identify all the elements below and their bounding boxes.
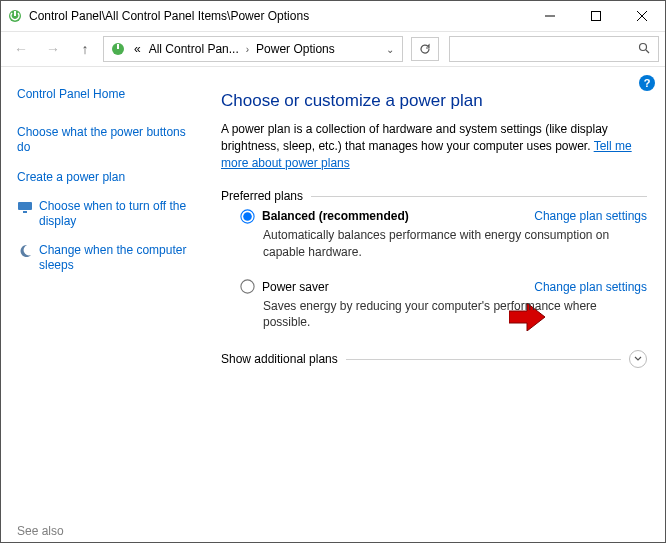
titlebar: Control Panel\All Control Panel Items\Po… [1, 1, 665, 31]
window: Control Panel\All Control Panel Items\Po… [0, 0, 666, 543]
plan-radio-power-saver[interactable] [240, 280, 254, 294]
forward-button[interactable]: → [39, 35, 67, 63]
main-panel: Choose or customize a power plan A power… [211, 67, 665, 542]
change-plan-settings-link[interactable]: Change plan settings [534, 209, 647, 223]
svg-point-8 [640, 43, 647, 50]
power-options-icon [7, 8, 23, 24]
sidebar: Control Panel Home Choose what the power… [1, 67, 211, 542]
chevron-right-icon[interactable]: › [243, 44, 252, 55]
plan-name[interactable]: Power saver [262, 280, 329, 294]
back-button[interactable]: ← [7, 35, 35, 63]
plan-description: Saves energy by reducing your computer's… [263, 298, 647, 330]
maximize-button[interactable] [573, 1, 619, 31]
svg-rect-10 [18, 202, 32, 210]
navbar: ← → ↑ « All Control Pan... › Power Optio… [1, 31, 665, 67]
breadcrumb-current[interactable]: Power Options [252, 42, 339, 56]
up-button[interactable]: ↑ [71, 35, 99, 63]
svg-rect-7 [117, 44, 119, 49]
plan-power-saver: Power saver Change plan settings Saves e… [241, 280, 647, 330]
sidebar-link-create-plan[interactable]: Create a power plan [17, 170, 201, 186]
show-additional-label: Show additional plans [221, 352, 338, 366]
plan-name[interactable]: Balanced (recommended) [262, 209, 409, 223]
plan-radio-balanced[interactable] [240, 209, 254, 223]
breadcrumb-parent[interactable]: All Control Pan... [145, 42, 243, 56]
svg-rect-1 [14, 11, 16, 16]
search-box[interactable] [449, 36, 659, 62]
moon-icon [17, 243, 33, 259]
close-button[interactable] [619, 1, 665, 31]
divider [346, 359, 621, 360]
refresh-button[interactable] [411, 37, 439, 61]
page-heading: Choose or customize a power plan [221, 91, 647, 111]
content-area: Control Panel Home Choose what the power… [1, 67, 665, 542]
sidebar-task-label: Change when the computer sleeps [39, 243, 201, 273]
expand-button[interactable] [629, 350, 647, 368]
show-additional-plans-row: Show additional plans [221, 350, 647, 368]
plan-description: Automatically balances performance with … [263, 227, 647, 259]
svg-line-9 [646, 50, 649, 53]
breadcrumb-prefix: « [130, 42, 145, 56]
divider [311, 196, 647, 197]
svg-rect-3 [592, 12, 601, 21]
search-input[interactable] [450, 42, 630, 56]
svg-rect-11 [23, 211, 27, 213]
plan-balanced: Balanced (recommended) Change plan setti… [241, 209, 647, 259]
address-bar[interactable]: « All Control Pan... › Power Options ⌄ [103, 36, 403, 62]
control-panel-home-link[interactable]: Control Panel Home [17, 87, 201, 103]
sidebar-link-power-buttons[interactable]: Choose what the power buttons do [17, 125, 201, 156]
window-title: Control Panel\All Control Panel Items\Po… [29, 9, 309, 23]
power-options-icon [110, 41, 126, 57]
sidebar-task-label: Choose when to turn off the display [39, 199, 201, 229]
address-dropdown-icon[interactable]: ⌄ [380, 44, 400, 55]
display-icon [17, 199, 33, 215]
change-plan-settings-link[interactable]: Change plan settings [534, 280, 647, 294]
see-also-label: See also [17, 524, 64, 538]
sidebar-task-display-off[interactable]: Choose when to turn off the display [17, 199, 201, 229]
sidebar-task-sleep[interactable]: Change when the computer sleeps [17, 243, 201, 273]
minimize-button[interactable] [527, 1, 573, 31]
search-icon[interactable] [630, 42, 658, 57]
page-description: A power plan is a collection of hardware… [221, 121, 647, 171]
